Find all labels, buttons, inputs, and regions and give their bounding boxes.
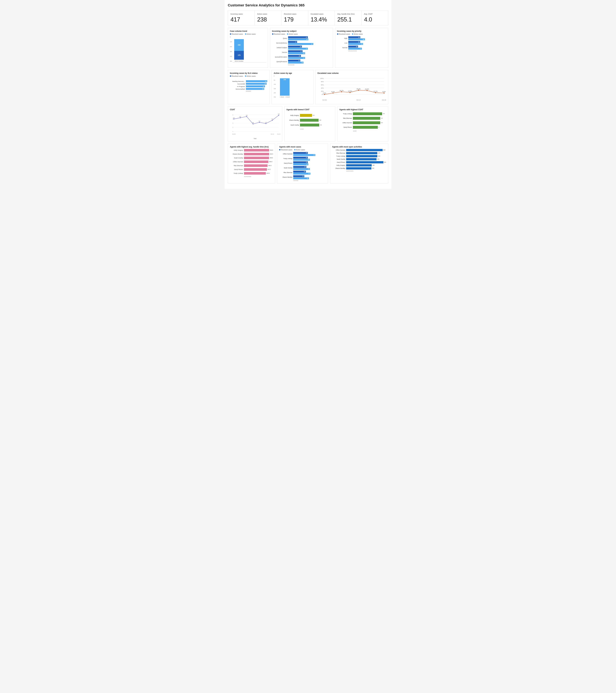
sla-title: Incoming cases by SLA status — [230, 72, 268, 74]
svg-text:16.7%: 16.7% — [340, 90, 344, 91]
ytick-labels: 5004003002001000 — [230, 36, 232, 62]
table-row: Nearing Noncom...64 — [230, 80, 268, 82]
svg-point-18 — [375, 92, 376, 93]
svg-text:3: 3 — [232, 123, 233, 124]
list-item: Rita Sherman4.3 — [339, 117, 386, 120]
subject-bars: Query3738Service|Delivery1747Default Sub… — [272, 36, 331, 63]
svg-text:11.1%: 11.1% — [374, 91, 377, 92]
list-item: Sharon Bentley376 — [332, 167, 386, 170]
open-activities-panel: Agents with most open activities Clifton… — [330, 144, 388, 183]
svg-text:3.7: 3.7 — [272, 118, 273, 120]
list-item: Clifton Earnest545 — [332, 149, 386, 151]
table-row: Low6378 — [337, 41, 386, 45]
csat-panel: CSAT 54321 4.04.34.62.83.22.93.74.9 Oct … — [228, 106, 282, 141]
active-age-panel: Active cases by age 250200150100500 238 … — [272, 70, 313, 104]
svg-text:Oct 20: Oct 20 — [277, 134, 280, 135]
sla-status-panel: Incoming cases by SLA status Resolved ca… — [228, 70, 270, 104]
svg-point-45 — [259, 122, 260, 123]
highest-csat-title: Agents with highest CSAT — [339, 108, 386, 111]
kpi-card: Avg. CSAT4.0 — [362, 11, 388, 25]
table-row: Darryl Rivero2930 — [279, 161, 326, 165]
list-item: Clifton Earnest250.6 — [230, 160, 273, 163]
svg-text:0.0%: 0.0% — [323, 92, 326, 94]
svg-point-16 — [358, 90, 359, 91]
table-row: Noncompliant55 — [230, 88, 268, 90]
table-row: Clifton Earnest2944 — [279, 152, 326, 156]
svg-text:60%: 60% — [321, 84, 324, 86]
list-item: Darryl Rivero4 — [339, 126, 386, 129]
svg-point-14 — [341, 91, 342, 92]
active-bar: 238 — [234, 39, 244, 51]
charts-row-4: Agents with highest avg. handle time (hr… — [228, 144, 388, 183]
table-row: Trudy Lindsay2933 — [279, 157, 326, 161]
lowest-csat-bars: Holly Gregory2.8Sharon Bentley3.8Noah Ov… — [286, 114, 333, 126]
table-row: Query|Information2432 — [272, 55, 331, 59]
csat-xlabel: Year — [230, 138, 280, 139]
svg-text:12.5%: 12.5% — [348, 91, 352, 92]
case-volume-legend: Resolved cases Active cases — [230, 33, 266, 35]
open-activities-title: Agents with most open activities — [332, 146, 386, 148]
svg-text:24.9%: 24.9% — [365, 88, 369, 90]
list-item: Sharon Bentley3.8 — [286, 119, 333, 122]
list-item: Rita Sherman470 — [332, 152, 386, 154]
svg-point-46 — [266, 123, 266, 124]
age-bar: 238 — [280, 78, 290, 96]
kpi-row: Incoming cases417Active cases238Resolved… — [228, 11, 388, 25]
list-item: Darryl Rivero237.7 — [230, 168, 273, 171]
kpi-card: Active cases238 — [255, 11, 281, 25]
table-row: Sharon Bentley2231 — [279, 175, 326, 179]
case-volume-trend-title: Case volume trend — [230, 30, 266, 32]
lowest-csat-title: Agents with lowest CSAT — [286, 108, 333, 111]
list-item: Holly Gregory294.6 — [230, 149, 273, 152]
svg-point-12 — [324, 94, 325, 95]
svg-text:4: 4 — [232, 118, 233, 120]
svg-text:Oct 06: Oct 06 — [232, 134, 235, 135]
list-item: Noah Overby453 — [332, 158, 386, 160]
list-item: Holly Gregory2.8 — [286, 114, 333, 117]
table-row: Default Subject2637 — [272, 45, 331, 50]
table-row: Noah Overby2633 — [279, 166, 326, 170]
table-row: High6488 — [337, 36, 386, 40]
incoming-by-subject-title: Incoming cases by subject — [272, 30, 331, 32]
list-item: Rita Sherman244.4 — [230, 164, 273, 167]
list-item: Noah Overby3.9 — [286, 123, 333, 126]
svg-text:3.2: 3.2 — [259, 120, 260, 122]
most-cases-title: Agents with most cases — [279, 146, 326, 148]
svg-text:5: 5 — [232, 114, 233, 115]
svg-text:4.3: 4.3 — [240, 116, 241, 117]
svg-text:4.6: 4.6 — [246, 115, 248, 116]
svg-text:Oct 20: Oct 20 — [382, 99, 386, 101]
charts-row-1: Case volume trend Resolved cases Active … — [228, 28, 388, 68]
svg-point-41 — [233, 118, 234, 119]
svg-text:0%: 0% — [322, 94, 324, 95]
svg-text:4.9: 4.9 — [278, 114, 280, 115]
charts-row-3: CSAT 54321 4.04.34.62.83.22.93.74.9 Oct … — [228, 106, 388, 141]
csat-chart: 54321 4.04.34.62.83.22.93.74.9 Oct 06Oct… — [230, 112, 280, 137]
svg-point-17 — [367, 90, 368, 91]
kpi-card: Resolved cases179 — [281, 11, 308, 25]
svg-text:4.0: 4.0 — [233, 117, 235, 118]
age-xlabel: 1 Week - 1 Month — [280, 96, 290, 98]
escalated-chart: 100%80%60%40%20%0% 0.0%9.1%16.7%12.5%26.… — [317, 75, 386, 102]
table-row: In Progress57 — [230, 85, 268, 87]
svg-point-19 — [384, 93, 385, 93]
svg-text:Oct 13: Oct 13 — [356, 99, 361, 101]
age-ytick: 250200150100500 — [274, 75, 276, 98]
incoming-by-priority-panel: Incoming cases by priority Resolved case… — [335, 28, 388, 68]
resolved-bar: 179 — [234, 51, 244, 60]
incoming-by-subject-panel: Incoming cases by subject Resolved cases… — [270, 28, 333, 68]
list-item: Holly Gregory385 — [332, 164, 386, 166]
kpi-card: Incoming cases417 — [228, 11, 254, 25]
kpi-card: Escalated cases13.4% — [308, 11, 335, 25]
escalated-title: Escalated case volume — [317, 72, 386, 74]
list-item: Darryl Rivero624 — [332, 161, 386, 163]
svg-point-43 — [246, 116, 247, 117]
svg-text:80%: 80% — [321, 81, 324, 82]
svg-point-15 — [350, 92, 350, 93]
table-row: Rita Sherman2534 — [279, 171, 326, 175]
highest-csat-panel: Agents with highest CSAT Trudy Lindsay4.… — [337, 106, 388, 141]
svg-point-48 — [278, 115, 279, 116]
table-row: Service|Delivery1747 — [272, 41, 331, 45]
svg-point-42 — [240, 117, 241, 118]
svg-text:20%: 20% — [321, 91, 324, 92]
